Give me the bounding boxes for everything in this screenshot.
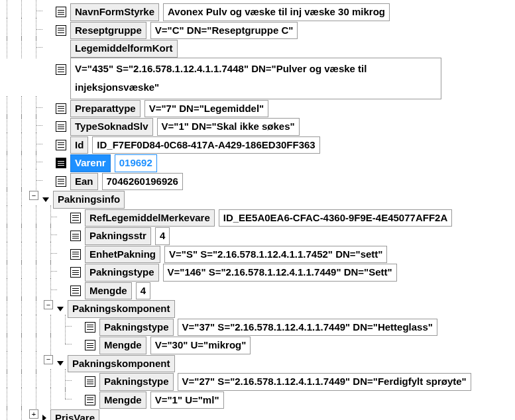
- tag-label: LegemiddelformKort: [70, 40, 178, 58]
- tag-label: Pakningsstr: [85, 227, 151, 245]
- tag-value: V="1" U="ml": [150, 392, 224, 409]
- tag-value: V="37" S="2.16.578.1.12.4.1.1.7449" DN="…: [178, 319, 437, 337]
- document-icon: [70, 249, 81, 260]
- tree-row-pakningsinfo[interactable]: − Pakningsinfo: [0, 191, 515, 209]
- document-icon: [70, 213, 81, 223]
- document-icon: [85, 340, 95, 350]
- document-icon: [70, 231, 81, 241]
- tree-row-pakningstype[interactable]: Pakningstype V="146" S="2.16.578.1.12.4.…: [0, 264, 515, 282]
- tag-value: ID_EE5A0EA6-CFAC-4360-9F9E-4E45077AFF2A: [219, 209, 452, 227]
- tree-row-komp1-pakningstype[interactable]: Pakningstype V="37" S="2.16.578.1.12.4.1…: [0, 319, 515, 337]
- tree-row-legemiddelformkort[interactable]: LegemiddelformKort V="435" S="2.16.578.1…: [0, 40, 515, 99]
- tag-value: V="30" U="mikrog": [150, 337, 251, 354]
- tree-row-ean[interactable]: Ean 7046260196926: [0, 173, 515, 191]
- tree-row-prisvare[interactable]: + PrisVare: [0, 409, 515, 420]
- chevron-down-icon: [57, 361, 64, 366]
- tag-label: Pakningskomponent: [68, 355, 175, 373]
- document-icon: [70, 286, 81, 296]
- document-icon: [56, 64, 66, 75]
- chevron-down-icon: [57, 307, 64, 311]
- tree-row-reseptgruppe[interactable]: Reseptgruppe V="C" DN="Reseptgruppe C": [0, 22, 515, 40]
- tag-value: V="27" S="2.16.578.1.12.4.1.1.7449" DN="…: [178, 373, 471, 391]
- document-icon: [56, 140, 66, 150]
- tag-label-selected: Varenr: [70, 154, 111, 172]
- collapse-toggle[interactable]: −: [29, 191, 38, 200]
- tag-value: 7046260196926: [102, 173, 183, 191]
- tag-value: V="1" DN="Skal ikke søkes": [157, 118, 300, 136]
- document-icon: [85, 376, 95, 387]
- tag-value: ID_F7EF0D84-0C68-417A-A429-186ED30FF363: [92, 136, 319, 154]
- tree-row-komp2-mengde[interactable]: Mengde V="1" U="ml": [0, 392, 515, 409]
- tag-label: PrisVare: [50, 409, 99, 420]
- tag-label: TypeSoknadSlv: [70, 118, 153, 136]
- tag-label: EnhetPakning: [85, 246, 160, 264]
- tree-row-pakningskomponent-2[interactable]: − Pakningskomponent: [0, 355, 515, 373]
- tag-label: NavnFormStyrke: [70, 3, 159, 21]
- tag-label: Pakningsinfo: [53, 191, 125, 209]
- document-icon: [70, 267, 81, 278]
- tag-label: Pakningstype: [99, 373, 174, 391]
- document-icon: [56, 103, 66, 114]
- document-icon: [56, 7, 66, 17]
- tag-label: Pakningstype: [85, 264, 159, 282]
- collapse-toggle[interactable]: −: [44, 300, 53, 309]
- tag-value: V="435" S="2.16.578.1.12.4.1.1.7448" DN=…: [70, 58, 441, 99]
- tag-value: 4: [155, 227, 170, 245]
- xml-tree-view: NavnFormStyrke Avonex Pulv og væske til …: [0, 0, 515, 420]
- tree-row-komp1-mengde[interactable]: Mengde V="30" U="mikrog": [0, 337, 515, 354]
- tree-row-pakningsstr[interactable]: Pakningsstr 4: [0, 227, 515, 245]
- tag-value: 4: [136, 282, 150, 300]
- document-icon: [56, 25, 66, 36]
- tag-label: Mengde: [99, 392, 146, 409]
- tree-row-varenr[interactable]: Varenr 019692: [0, 154, 515, 172]
- tag-label: Mengde: [99, 337, 146, 354]
- tag-label: Id: [70, 136, 88, 154]
- tag-label: Mengde: [85, 282, 132, 300]
- document-icon: [56, 121, 66, 132]
- chevron-down-icon: [42, 197, 49, 202]
- tag-label: Reseptgruppe: [70, 22, 146, 40]
- tree-row-preparattype[interactable]: Preparattype V="7" DN="Legemiddel": [0, 100, 515, 118]
- tag-value: Avonex Pulv og væske til inj væske 30 mi…: [163, 3, 390, 21]
- collapse-toggle[interactable]: −: [44, 355, 53, 364]
- tag-label: Pakningstype: [99, 319, 174, 337]
- tag-value: V="7" DN="Legemiddel": [144, 100, 269, 118]
- tree-row-enhetpakning[interactable]: EnhetPakning V="S" S="2.16.578.1.12.4.1.…: [0, 246, 515, 264]
- document-icon: [56, 176, 66, 187]
- document-icon: [56, 158, 66, 168]
- tag-value: V="146" S="2.16.578.1.12.4.1.1.7449" DN=…: [163, 264, 397, 282]
- tag-label: Preparattype: [70, 100, 141, 118]
- tag-label: Ean: [70, 173, 98, 191]
- tag-value: V="C" DN="Reseptgruppe C": [150, 22, 298, 40]
- tree-row-id[interactable]: Id ID_F7EF0D84-0C68-417A-A429-186ED30FF3…: [0, 136, 515, 154]
- tag-label: Pakningskomponent: [68, 300, 175, 318]
- document-icon: [85, 322, 95, 333]
- tag-value-selected: 019692: [115, 154, 157, 172]
- tree-row-pakningskomponent-1[interactable]: − Pakningskomponent: [0, 300, 515, 318]
- tree-row-navnformstyrke[interactable]: NavnFormStyrke Avonex Pulv og væske til …: [0, 3, 515, 21]
- tree-row-typesoknadslv[interactable]: TypeSoknadSlv V="1" DN="Skal ikke søkes": [0, 118, 515, 136]
- tag-label: RefLegemiddelMerkevare: [85, 209, 215, 227]
- tag-value: V="S" S="2.16.578.1.12.4.1.1.7452" DN="s…: [164, 246, 387, 264]
- tree-row-reflegemiddelmerkevare[interactable]: RefLegemiddelMerkevare ID_EE5A0EA6-CFAC-…: [0, 209, 515, 227]
- document-icon: [85, 395, 95, 405]
- tree-row-mengde[interactable]: Mengde 4: [0, 282, 515, 300]
- expand-toggle[interactable]: +: [29, 409, 38, 419]
- tree-row-komp2-pakningstype[interactable]: Pakningstype V="27" S="2.16.578.1.12.4.1…: [0, 373, 515, 391]
- chevron-right-icon: [42, 415, 46, 420]
